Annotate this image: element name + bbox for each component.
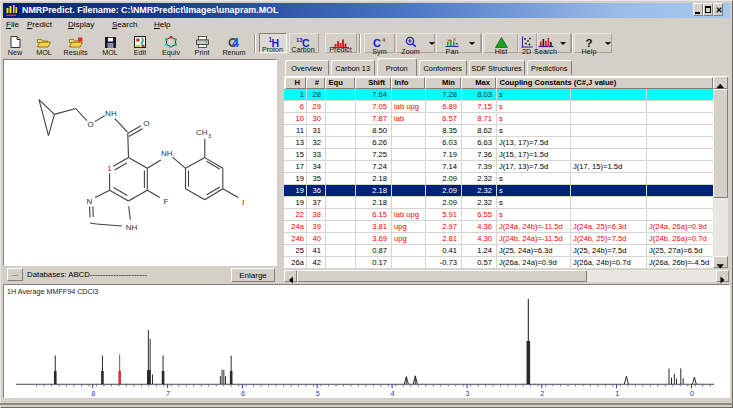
svg-text:4: 4 — [382, 36, 386, 42]
svg-text:4: 4 — [232, 36, 239, 48]
